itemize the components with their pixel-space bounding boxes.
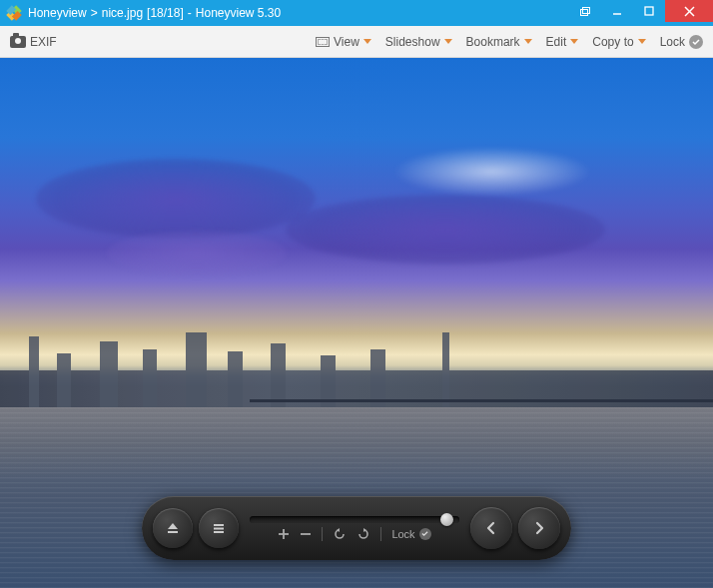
- chevron-down-icon: [444, 39, 452, 44]
- svg-rect-12: [214, 528, 224, 530]
- chevron-down-icon: [363, 39, 371, 44]
- view-icon: [316, 37, 330, 47]
- check-circle-icon: [689, 35, 703, 49]
- minimize-button[interactable]: [601, 0, 633, 22]
- chevron-down-icon: [570, 39, 578, 44]
- title-appname: Honeyview: [28, 6, 87, 20]
- titlebar[interactable]: Honeyview > nice.jpg [18/18] - Honeyview…: [0, 0, 713, 26]
- eject-button[interactable]: [153, 508, 193, 548]
- menu-button[interactable]: [199, 508, 239, 548]
- exif-label: EXIF: [30, 35, 57, 49]
- lock-toggle[interactable]: Lock: [660, 35, 703, 49]
- title-filename: nice.jpg: [102, 6, 143, 20]
- edit-label: Edit: [546, 35, 567, 49]
- lock-mini-label: Lock: [391, 528, 414, 540]
- copyto-menu[interactable]: Copy to: [592, 35, 645, 49]
- check-circle-icon: [419, 528, 431, 540]
- svg-rect-13: [214, 531, 224, 533]
- rotate-left-button[interactable]: [333, 527, 347, 541]
- camera-icon: [10, 36, 26, 48]
- lock-label: Lock: [660, 35, 685, 49]
- exif-button[interactable]: EXIF: [10, 35, 57, 49]
- bookmark-menu[interactable]: Bookmark: [466, 35, 532, 49]
- title-counter: [18/18]: [147, 6, 184, 20]
- slideshow-label: Slideshow: [385, 35, 440, 49]
- rotate-right-button[interactable]: [356, 527, 370, 541]
- restore-alt-button[interactable]: [569, 0, 601, 22]
- next-button[interactable]: [518, 507, 560, 549]
- svg-rect-4: [580, 9, 587, 15]
- image-viewport[interactable]: Lock: [0, 58, 713, 588]
- view-menu[interactable]: View: [316, 35, 371, 49]
- toolbar: EXIF View Slideshow Bookmark Edit C: [0, 26, 713, 58]
- divider: [380, 527, 381, 541]
- edit-menu[interactable]: Edit: [546, 35, 579, 49]
- svg-rect-7: [645, 7, 653, 15]
- maximize-button[interactable]: [633, 0, 665, 22]
- chevron-down-icon: [524, 39, 532, 44]
- player-controls: Lock: [142, 496, 571, 560]
- app-icon: [6, 5, 22, 21]
- svg-rect-11: [214, 524, 224, 526]
- slideshow-menu[interactable]: Slideshow: [385, 35, 452, 49]
- title-separator: >: [91, 6, 98, 20]
- chevron-down-icon: [638, 39, 646, 44]
- zoom-in-button[interactable]: [278, 528, 290, 540]
- title-dash: -: [188, 6, 192, 20]
- zoom-out-button[interactable]: [300, 528, 312, 540]
- progress-slider[interactable]: [250, 516, 459, 523]
- svg-rect-5: [582, 7, 589, 13]
- divider: [322, 527, 323, 541]
- close-button[interactable]: [665, 0, 713, 22]
- title-version: Honeyview 5.30: [196, 6, 281, 20]
- prev-button[interactable]: [470, 507, 512, 549]
- copyto-label: Copy to: [592, 35, 633, 49]
- view-label: View: [334, 35, 359, 49]
- app-window: Honeyview > nice.jpg [18/18] - Honeyview…: [0, 0, 713, 588]
- svg-rect-10: [168, 531, 178, 533]
- slider-thumb[interactable]: [440, 513, 453, 526]
- lock-mini-toggle[interactable]: Lock: [391, 528, 430, 540]
- bookmark-label: Bookmark: [466, 35, 520, 49]
